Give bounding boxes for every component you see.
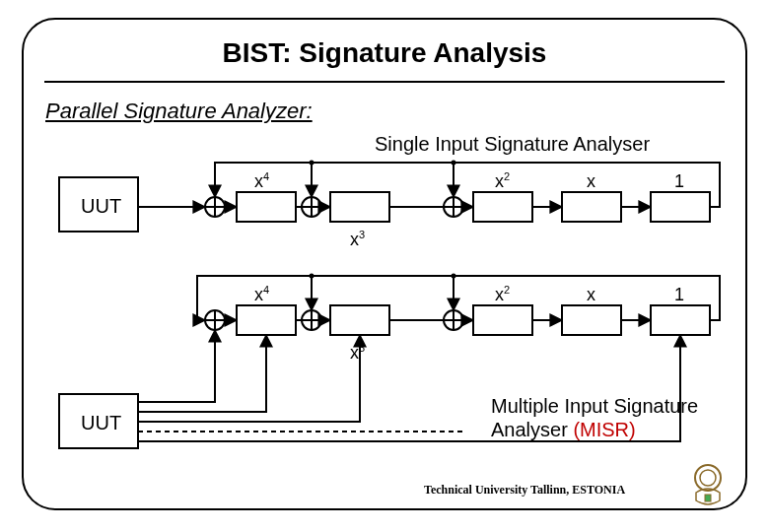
svg-point-36 <box>695 465 721 491</box>
reg-2-4 <box>651 305 710 335</box>
reg-2-1 <box>330 305 389 335</box>
lab-2-1: x3 <box>350 342 365 364</box>
lab-1-2: x2 <box>495 170 510 192</box>
reg-1-1 <box>330 192 389 222</box>
svg-point-33 <box>310 274 315 279</box>
reg-1-0 <box>237 192 296 222</box>
lab-2-0: x4 <box>254 284 269 305</box>
reg-2-0 <box>237 305 296 335</box>
diagram-svg <box>0 0 769 532</box>
lab-1-4: 1 <box>674 170 684 192</box>
university-crest-icon <box>688 461 728 508</box>
lab-2-4: 1 <box>674 284 684 305</box>
lab-1-3: x <box>587 170 595 192</box>
svg-point-16 <box>310 161 315 166</box>
uut-label-2: UUT <box>81 412 121 434</box>
reg-2-3 <box>562 305 621 335</box>
reg-1-3 <box>562 192 621 222</box>
lab-1-0: x4 <box>254 170 269 192</box>
reg-1-4 <box>651 192 710 222</box>
lab-1-1: x3 <box>350 229 365 250</box>
affiliation: Technical University Tallinn, ESTONIA <box>424 483 625 498</box>
uut-label-1: UUT <box>81 195 121 218</box>
svg-point-34 <box>452 274 456 279</box>
misr-label: Multiple Input Signature Analyser (MISR) <box>491 394 698 441</box>
lab-2-3: x <box>587 284 595 305</box>
reg-1-2 <box>473 192 532 222</box>
lab-2-2: x2 <box>495 284 510 305</box>
svg-point-17 <box>452 161 456 166</box>
reg-2-2 <box>473 305 532 335</box>
svg-rect-38 <box>705 495 711 501</box>
svg-point-37 <box>700 470 716 486</box>
